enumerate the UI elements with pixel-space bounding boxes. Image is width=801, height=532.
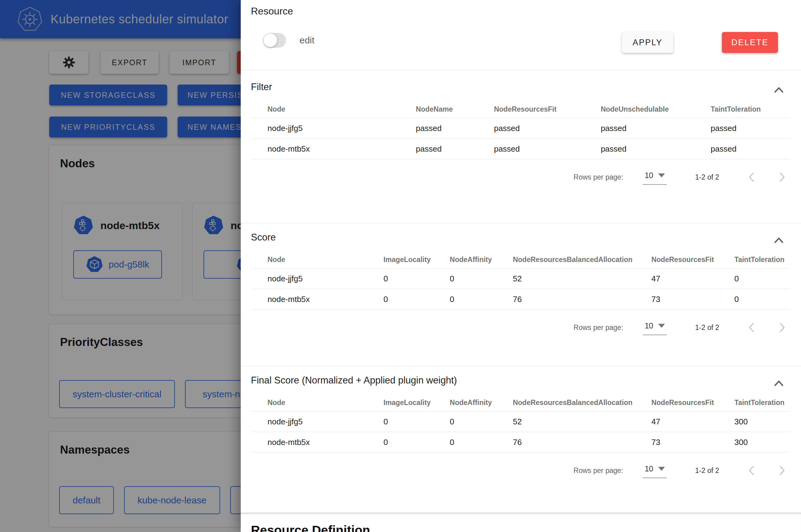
cell-value: 76 [513,294,651,304]
cell-value: passed [711,144,790,154]
score-section-title: Score [251,223,790,243]
final-score-pagination: Rows per page: 10 1-2 of 2 [251,456,790,484]
pagination-range: 1-2 of 2 [695,323,719,332]
table-header-row: Node ImageLocality NodeAffinity NodeReso… [251,394,790,412]
table-row: node-mtb5x 0 0 76 73 0 [251,289,790,310]
column-header: ImageLocality [384,399,450,407]
cell-node: node-jjfg5 [251,124,416,133]
collapse-chevron-up-icon[interactable] [773,84,785,96]
collapse-chevron-up-icon[interactable] [773,377,785,390]
rows-per-page-value: 10 [644,464,653,473]
column-header: NodeAffinity [450,399,513,407]
rows-per-page-value: 10 [644,171,653,180]
cell-value: 0 [384,417,450,426]
cell-value: 0 [384,294,450,304]
score-section: Score Node ImageLocality NodeAffinity No… [241,223,801,366]
table-row: node-jjfg5 0 0 52 47 0 [251,268,790,289]
table-header-row: Node ImageLocality NodeAffinity NodeReso… [251,251,790,268]
drawer-title: Resource [251,5,293,17]
cell-value: 47 [651,417,734,426]
cell-value: 0 [734,274,790,284]
cell-value: 0 [384,274,450,284]
caret-down-icon [658,173,665,177]
cell-value: 0 [450,417,513,426]
cell-value: 73 [651,294,734,304]
cell-value: passed [601,124,710,133]
edit-toggle-label: edit [299,35,314,45]
edit-toggle[interactable] [263,33,286,48]
collapse-chevron-up-icon[interactable] [773,234,785,247]
cell-value: 300 [734,417,790,426]
score-table: Node ImageLocality NodeAffinity NodeReso… [251,251,790,310]
next-page-icon[interactable] [776,171,788,183]
column-header: ImageLocality [384,255,450,264]
rows-per-page-select[interactable]: 10 [643,463,667,478]
table-header-row: Node NodeName NodeResourcesFit NodeUnsch… [251,100,790,118]
column-header: TaintToleration [711,105,790,113]
column-header: NodeResourcesFit [651,255,734,264]
delete-button[interactable]: DELETE [722,32,778,53]
filter-section: Filter Node NodeName NodeResourcesFit No… [241,70,801,223]
pagination-range: 1-2 of 2 [695,173,719,182]
rows-per-page-select[interactable]: 10 [643,170,667,185]
filter-table: Node NodeName NodeResourcesFit NodeUnsch… [251,100,790,159]
cell-value: passed [416,144,494,154]
table-row: node-jjfg5 0 0 52 47 300 [251,412,790,432]
column-header: NodeAffinity [450,255,513,264]
column-header: NodeResourcesBalancedAllocation [513,255,651,264]
previous-page-icon[interactable] [746,171,758,183]
cell-value: passed [416,124,494,133]
rows-per-page-label: Rows per page: [574,467,623,475]
table-row: node-mtb5x 0 0 76 73 300 [251,432,790,453]
filter-pagination: Rows per page: 10 1-2 of 2 [251,163,790,191]
rows-per-page-value: 10 [644,321,653,330]
cell-value: 0 [384,438,450,447]
column-header: NodeResourcesFit [494,105,601,113]
column-header: NodeResourcesFit [651,399,734,407]
resource-definition-section: Resource Definition [241,513,801,532]
score-pagination: Rows per page: 10 1-2 of 2 [251,314,790,342]
resource-drawer: Resource edit APPLY DELETE Filter Node N… [241,0,801,532]
column-header: TaintToleration [734,255,790,264]
cell-value: passed [601,144,710,154]
column-header: TaintToleration [734,399,790,407]
next-page-icon[interactable] [776,321,788,334]
cell-value: 47 [651,274,734,284]
cell-value: 0 [734,294,790,304]
cell-node: node-mtb5x [251,144,416,154]
column-header: Node [251,255,384,264]
rows-per-page-select[interactable]: 10 [643,320,667,335]
cell-node: node-mtb5x [251,438,384,447]
toggle-thumb [263,34,277,47]
cell-value: 52 [513,274,651,284]
rows-per-page-label: Rows per page: [574,323,623,332]
cell-value: passed [494,124,601,133]
rows-per-page-label: Rows per page: [574,173,623,182]
pagination-range: 1-2 of 2 [695,467,719,475]
final-score-table: Node ImageLocality NodeAffinity NodeReso… [251,394,790,453]
cell-value: 76 [513,438,651,447]
column-header: Node [251,399,384,407]
table-row: node-jjfg5 passed passed passed passed [251,118,790,139]
cell-value: 0 [450,438,513,447]
table-row: node-mtb5x passed passed passed passed [251,139,790,159]
cell-value: passed [711,124,790,133]
cell-node: node-jjfg5 [251,417,384,426]
final-score-section: Final Score (Normalized + Applied plugin… [241,366,801,513]
caret-down-icon [658,324,665,328]
caret-down-icon [658,467,665,471]
column-header: NodeResourcesBalancedAllocation [513,399,651,407]
cell-value: 300 [734,438,790,447]
cell-value: 52 [513,417,651,426]
column-header: Node [251,105,416,113]
apply-button[interactable]: APPLY [622,32,673,53]
final-score-section-title: Final Score (Normalized + Applied plugin… [251,366,790,386]
column-header: NodeName [416,105,494,113]
resource-definition-title: Resource Definition [251,513,790,532]
cell-value: 0 [450,294,513,304]
previous-page-icon[interactable] [746,321,758,334]
cell-node: node-mtb5x [251,294,384,304]
cell-node: node-jjfg5 [251,274,384,284]
next-page-icon[interactable] [776,464,788,477]
previous-page-icon[interactable] [746,464,758,477]
